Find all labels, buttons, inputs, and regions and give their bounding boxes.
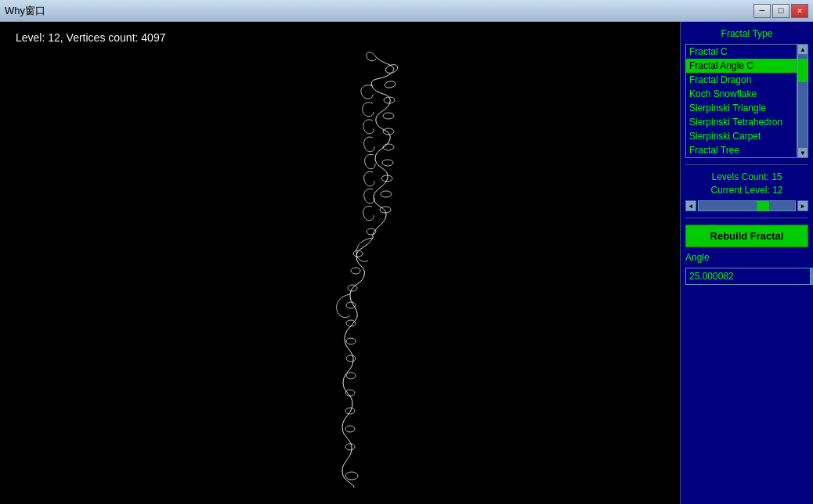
- svg-point-21: [345, 426, 355, 432]
- angle-input-row: ▲ ▼: [685, 268, 808, 285]
- svg-point-0: [385, 63, 399, 75]
- fractal-type-list: Fractal C Fractal Angle C Fractal Dragon…: [685, 44, 797, 158]
- levels-count-label: Levels Count: 15: [685, 171, 808, 182]
- svg-point-6: [382, 160, 393, 166]
- level-slider-thumb[interactable]: [757, 201, 769, 211]
- scroll-thumb[interactable]: [798, 59, 808, 82]
- canvas-area: Level: 12, Vertices count: 4097: [0, 22, 680, 504]
- svg-point-14: [346, 302, 356, 308]
- list-item-sierpinski-triangle[interactable]: Sierpinski Triangle: [686, 101, 797, 115]
- level-info: Levels Count: 15 Current Level: 12: [685, 171, 808, 196]
- divider-2: [685, 218, 808, 218]
- angle-input[interactable]: [685, 268, 811, 285]
- svg-point-23: [345, 472, 358, 480]
- minimize-button[interactable]: ─: [753, 4, 771, 18]
- list-item-fractal-angle-c[interactable]: Fractal Angle C: [686, 59, 797, 73]
- current-level-label: Current Level: 12: [685, 185, 808, 196]
- right-panel: Fractal Type Fractal C Fractal Angle C F…: [680, 22, 813, 504]
- svg-point-22: [345, 444, 355, 450]
- svg-point-3: [383, 113, 394, 119]
- rebuild-fractal-button[interactable]: Rebuild Fractal: [685, 225, 808, 247]
- angle-label: Angle: [685, 252, 808, 263]
- list-scrollbar: ▲ ▼: [797, 44, 808, 158]
- fractal-type-label: Fractal Type: [685, 28, 808, 39]
- restore-button[interactable]: □: [772, 4, 790, 18]
- fractal-canvas: [0, 22, 680, 504]
- window-title: Why窗口: [5, 4, 45, 18]
- list-item-fractal-dragon[interactable]: Fractal Dragon: [686, 73, 797, 87]
- close-button[interactable]: ✕: [791, 4, 808, 18]
- level-slider-container: ◄ ►: [685, 200, 808, 211]
- divider-1: [685, 164, 808, 165]
- list-item-koch-snowflake[interactable]: Koch Snowflake: [686, 87, 797, 101]
- svg-point-16: [346, 338, 356, 344]
- svg-point-18: [346, 373, 356, 379]
- list-item-fractal-c[interactable]: Fractal C: [686, 45, 797, 59]
- slider-left-arrow[interactable]: ◄: [685, 200, 696, 211]
- svg-point-8: [381, 191, 392, 197]
- list-item-fractal-tree[interactable]: Fractal Tree: [686, 143, 797, 157]
- list-item-sierpinski-carpet[interactable]: Sierpinski Carpet: [686, 129, 797, 143]
- svg-point-19: [345, 390, 355, 396]
- svg-point-17: [346, 355, 356, 362]
- list-item-sierpinski-tetrahedron[interactable]: Sierpinski Tetrahedron: [686, 115, 797, 129]
- svg-point-4: [383, 128, 394, 135]
- fractal-list-container: Fractal C Fractal Angle C Fractal Dragon…: [685, 44, 808, 158]
- slider-right-arrow[interactable]: ►: [797, 200, 808, 211]
- svg-point-1: [384, 81, 396, 88]
- main-area: Level: 12, Vertices count: 4097: [0, 22, 813, 504]
- svg-point-12: [351, 268, 360, 274]
- level-slider-track[interactable]: [698, 200, 796, 211]
- scroll-track: [798, 55, 808, 147]
- svg-point-5: [383, 144, 394, 150]
- title-bar: Why窗口 ─ □ ✕: [0, 0, 813, 22]
- scroll-down-arrow[interactable]: ▼: [797, 147, 808, 158]
- scroll-up-arrow[interactable]: ▲: [797, 44, 808, 55]
- window-controls: ─ □ ✕: [753, 4, 808, 18]
